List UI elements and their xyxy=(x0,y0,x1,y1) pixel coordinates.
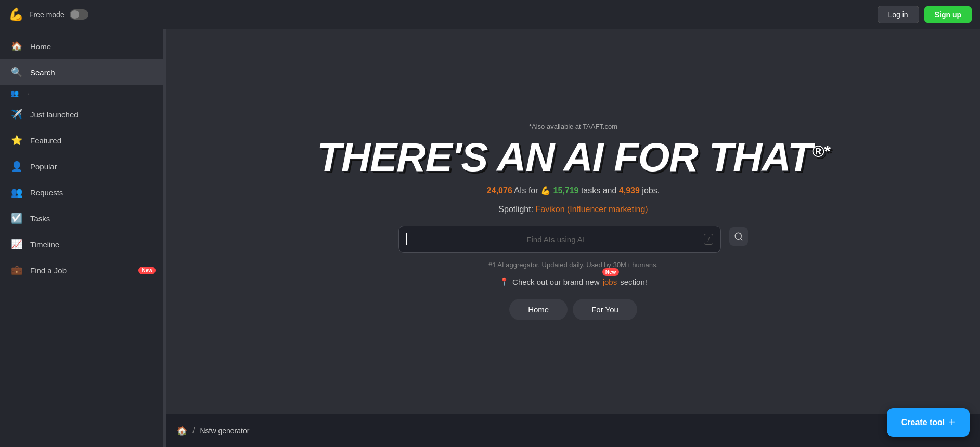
sidebar-item-featured[interactable]: ⭐ Featured xyxy=(0,127,166,153)
sidebar-item-timeline[interactable]: 📈 Timeline xyxy=(0,231,166,257)
hero-stats: 24,076 AIs for 💪 15,719 tasks and 4,939 … xyxy=(487,186,660,195)
stats-text3: jobs. xyxy=(642,186,660,195)
sidebar-item-popular[interactable]: 👤 Popular xyxy=(0,153,166,179)
requests-icon: 👥 xyxy=(10,187,23,198)
topbar-right: Log in Sign up xyxy=(878,6,972,23)
stats-text1: AIs for xyxy=(514,186,540,195)
sidebar-item-requests[interactable]: 👥 Requests xyxy=(0,179,166,205)
sidebar-label-tasks: Tasks xyxy=(30,214,50,223)
login-button[interactable]: Log in xyxy=(878,6,919,23)
create-tool-button[interactable]: Create tool + xyxy=(887,408,970,437)
hero-tabs: Home For You xyxy=(509,299,637,320)
breadcrumb-home-icon: 🏠 xyxy=(177,426,187,436)
popular-icon: 👤 xyxy=(10,161,23,172)
svg-line-1 xyxy=(740,238,742,240)
sidebar-label-home: Home xyxy=(30,42,51,51)
tasks-icon: ☑️ xyxy=(10,213,23,224)
sidebar-label-popular: Popular xyxy=(30,162,57,171)
search-submit-button[interactable] xyxy=(729,227,748,246)
breadcrumb-page: Nsfw generator xyxy=(200,427,249,435)
sidebar-label-find-job: Find a Job xyxy=(30,266,67,275)
ai-count: 24,076 xyxy=(487,186,512,195)
find-job-badge: New xyxy=(138,267,156,274)
hero-title: THERE'S AN AI FOR THAT®* xyxy=(317,137,829,177)
hero-spotlight: Spotlight: Favikon (Influencer marketing… xyxy=(498,205,648,214)
new-section-text2: section! xyxy=(620,278,647,286)
free-mode-toggle[interactable] xyxy=(70,9,88,20)
hero-section: *Also available at TAAFT.com THERE'S AN … xyxy=(166,29,980,414)
jobs-new-badge: New xyxy=(602,268,620,276)
new-section-text1: Check out our brand new xyxy=(512,278,600,286)
jobs-link[interactable]: jobs xyxy=(603,278,617,286)
muscle-emoji: 💪 xyxy=(540,186,551,195)
search-slash: / xyxy=(704,234,713,245)
sidebar-resize-handle[interactable] xyxy=(163,29,166,447)
signup-button[interactable]: Sign up xyxy=(924,6,972,23)
logo-icon: 💪 xyxy=(8,7,24,22)
search-placeholder: Find AIs using AI xyxy=(412,235,699,244)
search-outer: Find AIs using AI / xyxy=(398,220,748,253)
hero-tagline: #1 AI aggregator. Updated daily. Used by… xyxy=(488,261,658,269)
sidebar-item-just-launched[interactable]: ✈️ Just launched xyxy=(0,101,166,127)
hero-new-section: 📍 Check out our brand new jobs New secti… xyxy=(499,277,647,286)
sidebar-label-timeline: Timeline xyxy=(30,240,59,249)
home-icon: 🏠 xyxy=(10,41,23,52)
spotlight-link[interactable]: Favikon (Influencer marketing) xyxy=(536,205,648,214)
sidebar-item-tasks[interactable]: ☑️ Tasks xyxy=(0,205,166,231)
topbar-left: 💪 Free mode xyxy=(8,7,88,22)
tasks-count: 15,719 xyxy=(553,186,579,195)
sidebar-label-featured: Featured xyxy=(30,136,61,145)
spotlight-prefix: Spotlight: xyxy=(498,205,533,214)
hero-available-text: *Also available at TAAFT.com xyxy=(529,123,617,130)
tab-for-you[interactable]: For You xyxy=(573,299,637,320)
search-bar[interactable]: Find AIs using AI / xyxy=(398,226,721,253)
sidebar: 🏠 Home 🔍 Search 👥 – · ✈️ Just launched ⭐… xyxy=(0,29,166,447)
topbar: 💪 Free mode Log in Sign up xyxy=(0,0,980,29)
sidebar-item-home[interactable]: 🏠 Home xyxy=(0,33,166,59)
free-mode-label: Free mode xyxy=(29,10,65,19)
plane-icon: ✈️ xyxy=(10,109,23,120)
create-tool-plus-icon: + xyxy=(949,416,955,428)
hero-title-text: THERE'S AN AI FOR THAT xyxy=(317,134,811,180)
stats-text2: tasks and xyxy=(581,186,619,195)
create-tool-label: Create tool xyxy=(901,418,945,427)
hero-title-suffix: ®* xyxy=(812,142,830,161)
sidebar-label-just-launched: Just launched xyxy=(30,110,79,119)
sidebar-label-requests: Requests xyxy=(30,188,63,197)
timeline-icon: 📈 xyxy=(10,239,23,250)
search-icon: 🔍 xyxy=(10,67,23,78)
job-icon: 💼 xyxy=(10,265,23,276)
star-icon: ⭐ xyxy=(10,135,23,146)
sidebar-dots-icon: 👥 xyxy=(10,89,19,97)
sidebar-dots: 👥 – · xyxy=(0,85,166,101)
sidebar-item-search[interactable]: 🔍 Search xyxy=(0,59,166,85)
sidebar-dots-text: – · xyxy=(22,89,29,97)
new-section-emoji: 📍 xyxy=(499,277,509,286)
sidebar-label-search: Search xyxy=(30,68,55,77)
jobs-count: 4,939 xyxy=(619,186,640,195)
sidebar-item-find-job[interactable]: 💼 Find a Job New xyxy=(0,257,166,283)
search-cursor xyxy=(406,233,407,245)
breadcrumb-separator: / xyxy=(192,426,195,436)
bottom-bar: 🏠 / Nsfw generator xyxy=(166,414,980,447)
content-area: *Also available at TAAFT.com THERE'S AN … xyxy=(166,29,980,447)
main-layout: 🏠 Home 🔍 Search 👥 – · ✈️ Just launched ⭐… xyxy=(0,29,980,447)
tab-home[interactable]: Home xyxy=(509,299,568,320)
